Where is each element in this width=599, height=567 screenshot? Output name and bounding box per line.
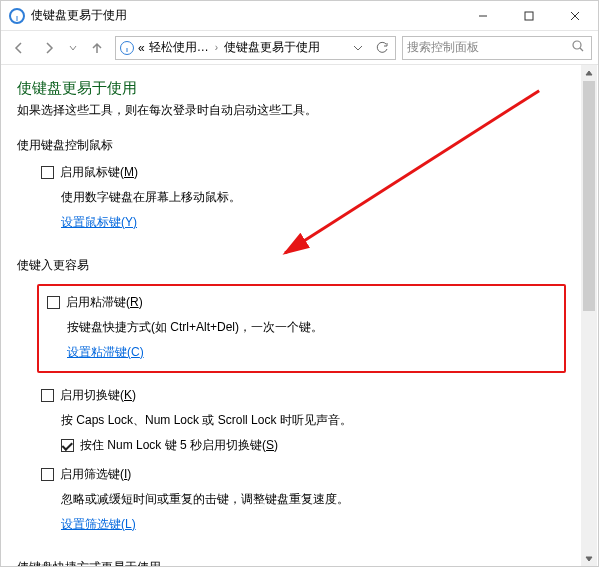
enable-mousekeys-row[interactable]: 启用鼠标键(M) [41,164,582,181]
close-button[interactable] [552,1,598,30]
crumb-sep-icon: › [213,42,220,53]
stickykeys-settings-link[interactable]: 设置粘滞键(C) [67,344,144,361]
page-subtitle: 如果选择这些工具，则在每次登录时自动启动这些工具。 [17,102,582,119]
scroll-up-button[interactable] [581,65,597,81]
enable-mousekeys-label: 启用鼠标键(M) [60,164,138,181]
togglekeys-hold-row[interactable]: 按住 Num Lock 键 5 秒启用切换键(S) [61,437,582,454]
refresh-button[interactable] [371,37,393,59]
title-bar: 使键盘更易于使用 [1,1,598,31]
enable-stickykeys-row[interactable]: 启用粘滞键(R) [47,294,556,311]
back-button[interactable] [7,36,31,60]
enable-stickykeys-checkbox[interactable] [47,296,60,309]
nav-bar: « 轻松使用… › 使键盘更易于使用 搜索控制面板 [1,31,598,65]
search-placeholder: 搜索控制面板 [407,39,571,56]
minimize-button[interactable] [460,1,506,30]
filterkeys-settings-link[interactable]: 设置筛选键(L) [61,516,136,533]
togglekeys-desc: 按 Caps Lock、Num Lock 或 Scroll Lock 时听见声音… [61,412,582,429]
svg-rect-0 [525,12,533,20]
crumb-prefix: « [138,41,145,55]
filterkeys-desc: 忽略或减缓短时间或重复的击键，调整键盘重复速度。 [61,491,582,508]
address-bar[interactable]: « 轻松使用… › 使键盘更易于使用 [115,36,396,60]
search-icon[interactable] [571,39,587,56]
crumb-current[interactable]: 使键盘更易于使用 [224,39,320,56]
enable-filterkeys-label: 启用筛选键(I) [60,466,131,483]
togglekeys-block: 启用切换键(K) 按 Caps Lock、Num Lock 或 Scroll L… [41,387,582,454]
togglekeys-hold-checkbox[interactable] [61,439,74,452]
page-title: 使键盘更易于使用 [17,79,582,98]
section-shortcut-title: 使键盘快捷方式更易于使用 [17,559,582,567]
up-button[interactable] [85,36,109,60]
section-mouse-title: 使用键盘控制鼠标 [17,137,582,154]
togglekeys-hold-label: 按住 Num Lock 键 5 秒启用切换键(S) [80,437,278,454]
highlight-box: 启用粘滞键(R) 按键盘快捷方式(如 Ctrl+Alt+Del)，一次一个键。 … [37,284,566,373]
mousekeys-desc: 使用数字键盘在屏幕上移动鼠标。 [61,189,582,206]
enable-filterkeys-checkbox[interactable] [41,468,54,481]
enable-togglekeys-label: 启用切换键(K) [60,387,136,404]
filterkeys-block: 启用筛选键(I) 忽略或减缓短时间或重复的击键，调整键盘重复速度。 设置筛选键(… [41,466,582,533]
address-dropdown[interactable] [349,37,367,59]
location-icon [120,41,134,55]
scroll-thumb[interactable] [583,81,595,311]
mousekeys-block: 启用鼠标键(M) 使用数字键盘在屏幕上移动鼠标。 设置鼠标键(Y) [41,164,582,231]
crumb-ease[interactable]: 轻松使用… [149,39,209,56]
window-controls [460,1,598,30]
mousekeys-settings-link[interactable]: 设置鼠标键(Y) [61,214,137,231]
svg-point-1 [573,41,581,49]
section-typing-title: 使键入更容易 [17,257,582,274]
stickykeys-block: 启用粘滞键(R) 按键盘快捷方式(如 Ctrl+Alt+Del)，一次一个键。 … [41,284,582,373]
app-icon [9,8,25,24]
enable-stickykeys-label: 启用粘滞键(R) [66,294,143,311]
search-box[interactable]: 搜索控制面板 [402,36,592,60]
maximize-button[interactable] [506,1,552,30]
stickykeys-desc: 按键盘快捷方式(如 Ctrl+Alt+Del)，一次一个键。 [67,319,556,336]
vertical-scrollbar[interactable] [581,65,597,567]
enable-togglekeys-row[interactable]: 启用切换键(K) [41,387,582,404]
history-dropdown[interactable] [67,44,79,52]
forward-button[interactable] [37,36,61,60]
enable-mousekeys-checkbox[interactable] [41,166,54,179]
window-title: 使键盘更易于使用 [31,7,460,24]
content-area: 使键盘更易于使用 如果选择这些工具，则在每次登录时自动启动这些工具。 使用键盘控… [1,65,598,567]
enable-togglekeys-checkbox[interactable] [41,389,54,402]
scroll-down-button[interactable] [581,551,597,567]
enable-filterkeys-row[interactable]: 启用筛选键(I) [41,466,582,483]
